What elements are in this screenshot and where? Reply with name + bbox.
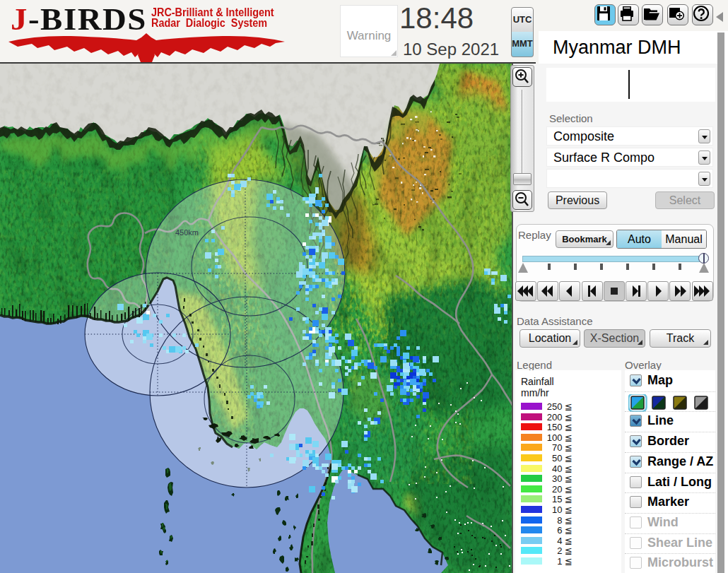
svg-text:450km: 450km	[175, 228, 199, 237]
